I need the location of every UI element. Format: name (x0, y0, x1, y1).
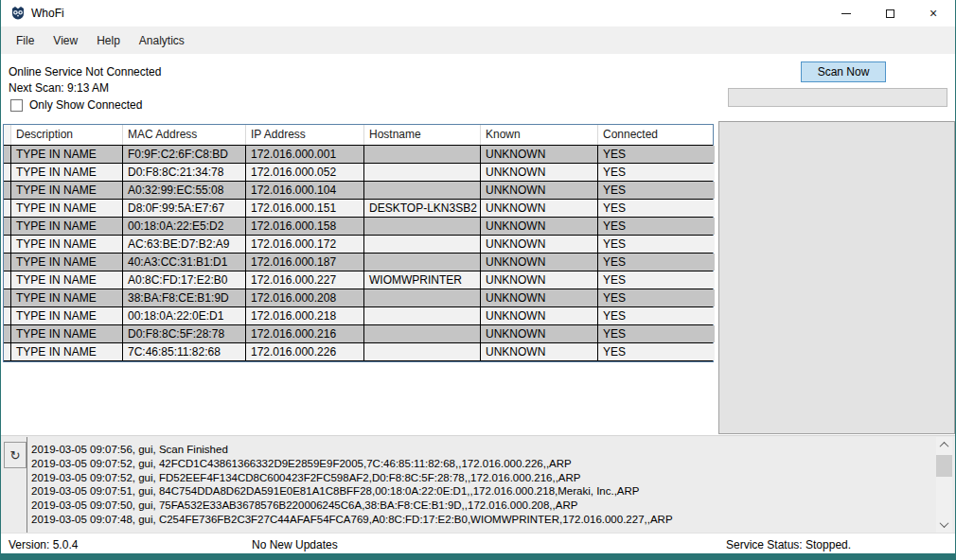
cell-connected[interactable]: YES (597, 343, 715, 360)
cell-mac[interactable]: D0:F8:8C:5F:28:78 (122, 325, 245, 342)
cell-connected[interactable]: YES (597, 218, 715, 235)
cell-description[interactable]: TYPE IN NAME (10, 343, 122, 360)
cell-ip[interactable]: 172.016.000.216 (245, 325, 363, 342)
cell-description[interactable]: TYPE IN NAME (10, 146, 122, 163)
cell-known[interactable]: UNKNOWN (480, 164, 597, 181)
column-header-ip[interactable]: IP Address (245, 125, 363, 145)
table-row[interactable]: TYPE IN NAME F0:9F:C2:6F:C8:BD 172.016.0… (4, 146, 713, 164)
cell-ip[interactable]: 172.016.000.001 (245, 146, 363, 163)
table-row[interactable]: TYPE IN NAME D8:0F:99:5A:E7:67 172.016.0… (4, 200, 713, 218)
cell-known[interactable]: UNKNOWN (480, 271, 597, 289)
log-line[interactable]: 2019-03-05 09:07:56, gui, Scan Finished (31, 443, 934, 457)
cell-mac[interactable]: AC:63:BE:D7:B2:A9 (122, 236, 245, 253)
cell-mac[interactable]: 7C:46:85:11:82:68 (122, 343, 245, 360)
menu-view[interactable]: View (44, 29, 87, 52)
table-row[interactable]: TYPE IN NAME A0:32:99:EC:55:08 172.016.0… (4, 182, 713, 200)
table-row[interactable]: TYPE IN NAME 40:A3:CC:31:B1:D1 172.016.0… (4, 254, 713, 271)
cell-known[interactable]: UNKNOWN (480, 218, 597, 235)
table-row[interactable]: TYPE IN NAME D0:F8:8C:21:34:78 172.016.0… (4, 164, 713, 182)
cell-ip[interactable]: 172.016.000.226 (245, 343, 363, 360)
log-scrollbar[interactable] (936, 437, 952, 533)
cell-known[interactable]: UNKNOWN (480, 182, 597, 199)
only-show-connected-row[interactable]: Only Show Connected (10, 98, 142, 112)
cell-known[interactable]: UNKNOWN (480, 307, 597, 324)
cell-description[interactable]: TYPE IN NAME (10, 236, 122, 253)
cell-connected[interactable]: YES (597, 325, 715, 342)
cell-ip[interactable]: 172.016.000.104 (245, 182, 363, 199)
cell-description[interactable]: TYPE IN NAME (10, 325, 122, 342)
column-header-connected[interactable]: Connected (597, 125, 715, 145)
menu-help[interactable]: Help (87, 29, 130, 52)
cell-description[interactable]: TYPE IN NAME (10, 200, 122, 217)
cell-ip[interactable]: 172.016.000.158 (245, 218, 363, 235)
cell-description[interactable]: TYPE IN NAME (10, 289, 122, 306)
close-icon[interactable]: × (912, 0, 955, 26)
cell-ip[interactable]: 172.016.000.218 (245, 307, 363, 324)
cell-known[interactable]: UNKNOWN (480, 200, 597, 217)
cell-description[interactable]: TYPE IN NAME (10, 164, 122, 181)
table-row[interactable]: TYPE IN NAME D0:F8:8C:5F:28:78 172.016.0… (4, 325, 713, 343)
cell-hostname[interactable] (363, 343, 480, 360)
column-header-description[interactable]: Description (10, 125, 122, 145)
maximize-icon[interactable] (868, 0, 912, 26)
cell-ip[interactable]: 172.016.000.172 (245, 236, 363, 253)
cell-mac[interactable]: D8:0F:99:5A:E7:67 (122, 200, 245, 217)
cell-description[interactable]: TYPE IN NAME (10, 182, 122, 199)
cell-connected[interactable]: YES (597, 289, 715, 306)
cell-hostname[interactable] (363, 254, 480, 271)
cell-known[interactable]: UNKNOWN (480, 289, 597, 306)
table-row[interactable]: TYPE IN NAME AC:63:BE:D7:B2:A9 172.016.0… (4, 236, 713, 254)
cell-hostname[interactable]: DESKTOP-LKN3SB2 (363, 200, 480, 217)
table-row[interactable]: TYPE IN NAME 00:18:0A:22:0E:D1 172.016.0… (4, 307, 713, 325)
scrollbar-thumb[interactable] (936, 455, 952, 477)
cell-hostname[interactable]: WIOMWPRINTER (363, 271, 480, 289)
cell-connected[interactable]: YES (597, 164, 715, 181)
column-header-known[interactable]: Known (480, 125, 597, 145)
minimize-icon[interactable] (824, 0, 868, 26)
cell-ip[interactable]: 172.016.000.052 (245, 164, 363, 181)
cell-hostname[interactable] (363, 236, 480, 253)
cell-hostname[interactable] (363, 325, 480, 342)
cell-connected[interactable]: YES (597, 271, 715, 289)
cell-description[interactable]: TYPE IN NAME (10, 307, 122, 324)
cell-connected[interactable]: YES (597, 146, 715, 163)
cell-hostname[interactable] (363, 146, 480, 163)
cell-ip[interactable]: 172.016.000.208 (245, 289, 363, 306)
cell-ip[interactable]: 172.016.000.151 (245, 200, 363, 217)
cell-connected[interactable]: YES (597, 236, 715, 253)
only-show-connected-checkbox[interactable] (10, 99, 23, 112)
column-header-hostname[interactable]: Hostname (363, 125, 480, 145)
cell-mac[interactable]: 40:A3:CC:31:B1:D1 (122, 254, 245, 271)
cell-known[interactable]: UNKNOWN (480, 254, 597, 271)
cell-known[interactable]: UNKNOWN (480, 146, 597, 163)
table-row[interactable]: TYPE IN NAME A0:8C:FD:17:E2:B0 172.016.0… (4, 271, 713, 289)
cell-hostname[interactable] (363, 289, 480, 306)
cell-mac[interactable]: F0:9F:C2:6F:C8:BD (122, 146, 245, 163)
chevron-up-icon[interactable] (936, 437, 952, 453)
cell-hostname[interactable] (363, 307, 480, 324)
cell-mac[interactable]: 00:18:0A:22:E5:D2 (122, 218, 245, 235)
cell-hostname[interactable] (363, 182, 480, 199)
menu-analytics[interactable]: Analytics (130, 29, 194, 52)
scan-now-button[interactable]: Scan Now (801, 61, 886, 82)
log-list[interactable]: 2019-03-05 09:07:56, gui, Scan Finished … (27, 437, 934, 533)
table-row[interactable]: TYPE IN NAME 00:18:0A:22:E5:D2 172.016.0… (4, 218, 713, 236)
chevron-down-icon[interactable] (936, 516, 952, 533)
cell-connected[interactable]: YES (597, 307, 715, 324)
cell-known[interactable]: UNKNOWN (480, 343, 597, 360)
cell-hostname[interactable] (363, 218, 480, 235)
cell-mac[interactable]: D0:F8:8C:21:34:78 (122, 164, 245, 181)
refresh-icon[interactable]: ↻ (4, 442, 27, 468)
log-line[interactable]: 2019-03-05 09:07:50, gui, 75FA532E33AB36… (31, 499, 934, 513)
cell-description[interactable]: TYPE IN NAME (10, 254, 122, 271)
log-line[interactable]: 2019-03-05 09:07:48, gui, C254FE736FB2C3… (31, 513, 934, 527)
cell-ip[interactable]: 172.016.000.227 (245, 271, 363, 289)
table-row[interactable]: TYPE IN NAME 38:BA:F8:CE:B1:9D 172.016.0… (4, 289, 713, 307)
cell-mac[interactable]: 38:BA:F8:CE:B1:9D (122, 289, 245, 306)
cell-hostname[interactable] (363, 164, 480, 181)
cell-known[interactable]: UNKNOWN (480, 236, 597, 253)
cell-ip[interactable]: 172.016.000.187 (245, 254, 363, 271)
cell-mac[interactable]: A0:8C:FD:17:E2:B0 (122, 271, 245, 289)
cell-description[interactable]: TYPE IN NAME (10, 271, 122, 289)
cell-known[interactable]: UNKNOWN (480, 325, 597, 342)
